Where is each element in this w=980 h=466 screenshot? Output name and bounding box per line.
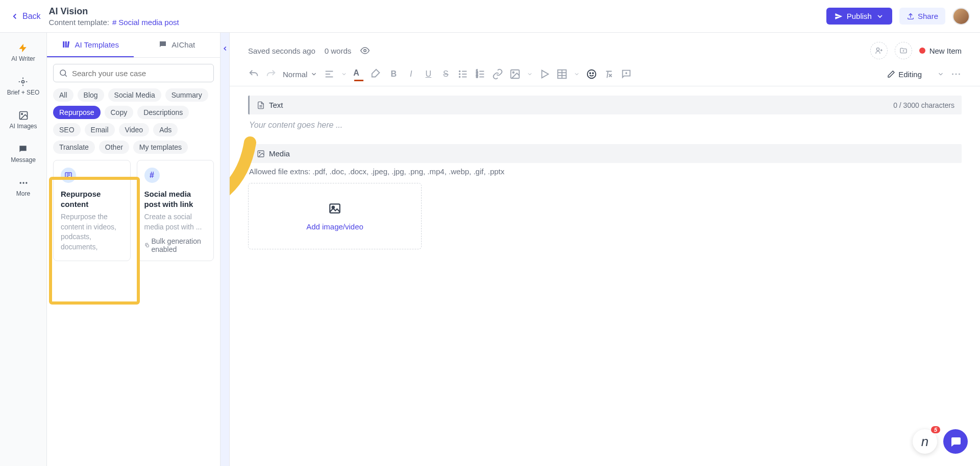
chip-repurpose[interactable]: Repurpose xyxy=(53,106,101,119)
left-rail: AI Writer Brief + SEO AI Images Message … xyxy=(0,33,47,466)
share-label: Share xyxy=(918,12,938,20)
table-icon xyxy=(556,68,568,80)
picture-icon xyxy=(328,202,341,215)
svg-point-1 xyxy=(22,81,24,83)
chevron-down-icon[interactable] xyxy=(341,71,347,77)
chip-translate[interactable]: Translate xyxy=(53,141,95,154)
rail-brief-seo[interactable]: Brief + SEO xyxy=(5,75,42,98)
svg-point-56 xyxy=(259,152,260,153)
new-item-indicator[interactable]: New Item xyxy=(919,46,962,55)
card-title: Social media post with link xyxy=(144,189,207,209)
bold-button[interactable]: B xyxy=(388,68,399,80)
pencil-icon xyxy=(887,70,895,78)
emoji-button[interactable] xyxy=(586,68,597,80)
image-button[interactable] xyxy=(509,68,521,80)
number-list-button[interactable]: 123 xyxy=(475,68,486,80)
chevron-down-icon xyxy=(876,12,884,20)
text-color-button[interactable]: A xyxy=(353,68,364,80)
rail-message[interactable]: Message xyxy=(9,142,38,166)
chip-seo[interactable]: SEO xyxy=(53,123,81,136)
editor-topbar: Saved seconds ago 0 words New Item xyxy=(230,33,980,62)
highlighter-icon xyxy=(371,68,382,80)
rail-ai-writer[interactable]: AI Writer xyxy=(9,41,37,64)
collapse-sidebar-button[interactable] xyxy=(220,33,230,466)
topbar-right: New Item xyxy=(870,42,962,59)
chip-all[interactable]: All xyxy=(53,88,74,102)
target-icon xyxy=(18,77,28,87)
table-button[interactable] xyxy=(556,68,568,80)
image-icon xyxy=(257,150,265,158)
undo-button[interactable] xyxy=(248,68,259,80)
chip-my-templates[interactable]: My templates xyxy=(133,141,188,154)
template-link[interactable]: # Social media post xyxy=(112,18,179,27)
media-dropzone[interactable]: Add image/video xyxy=(248,183,422,249)
chip-descriptions[interactable]: Descriptions xyxy=(137,106,189,119)
strike-button[interactable]: S xyxy=(440,68,451,80)
editing-mode-select[interactable]: Editing xyxy=(887,70,944,79)
chevron-down-icon[interactable] xyxy=(527,71,533,77)
play-icon xyxy=(539,68,550,80)
avatar[interactable] xyxy=(952,8,970,25)
align-button[interactable] xyxy=(324,68,335,80)
italic-button[interactable]: I xyxy=(405,68,416,80)
underline-button[interactable]: U xyxy=(423,68,434,80)
chevron-down-icon[interactable] xyxy=(574,71,580,77)
dots-icon xyxy=(950,68,962,80)
chip-ads[interactable]: Ads xyxy=(153,123,178,136)
clear-format-button[interactable] xyxy=(603,68,615,80)
search-input[interactable] xyxy=(72,69,208,78)
tab-label: AI Templates xyxy=(75,40,119,49)
back-button[interactable]: Back xyxy=(10,12,41,21)
char-count: 0 / 3000 characters xyxy=(893,101,954,109)
image-icon xyxy=(509,68,521,80)
eye-icon[interactable] xyxy=(360,46,370,55)
chips: All Blog Social Media Summary Repurpose … xyxy=(47,88,220,160)
editor: Saved seconds ago 0 words New Item xyxy=(230,33,980,466)
share-button[interactable]: Share xyxy=(899,8,945,25)
chip-video[interactable]: Video xyxy=(119,123,150,136)
card-repurpose-content[interactable]: Repurpose content Repurpose the content … xyxy=(53,160,131,261)
rail-label: AI Writer xyxy=(11,55,35,62)
svg-point-5 xyxy=(22,182,24,183)
card-social-post-link[interactable]: # Social media post with link Create a s… xyxy=(137,160,214,261)
add-folder-button[interactable] xyxy=(895,42,912,59)
svg-point-28 xyxy=(459,77,460,78)
more-button[interactable] xyxy=(950,68,962,80)
svg-point-27 xyxy=(459,74,460,75)
tab-label: AIChat xyxy=(172,40,195,49)
undo-icon xyxy=(248,68,259,80)
svg-point-52 xyxy=(959,74,960,75)
header-right: Publish Share xyxy=(826,8,970,25)
chip-blog[interactable]: Blog xyxy=(78,88,104,102)
search-box[interactable] xyxy=(53,64,214,82)
notifications-button[interactable]: n 5 xyxy=(913,429,937,454)
comment-button[interactable] xyxy=(621,68,632,80)
svg-point-50 xyxy=(952,74,953,75)
chip-other[interactable]: Other xyxy=(99,141,129,154)
chip-copy[interactable]: Copy xyxy=(105,106,134,119)
highlight-button[interactable] xyxy=(371,68,382,80)
tab-aichat[interactable]: AIChat xyxy=(134,33,220,57)
support-chat-button[interactable] xyxy=(943,429,968,454)
content-placeholder[interactable]: Your content goes here ... xyxy=(248,114,962,144)
clear-format-icon xyxy=(603,68,615,80)
add-collaborator-button[interactable] xyxy=(870,42,888,59)
tab-ai-templates[interactable]: AI Templates xyxy=(47,33,134,57)
emoji-icon xyxy=(586,68,597,80)
hash-icon: # xyxy=(112,18,116,27)
rail-label: Brief + SEO xyxy=(7,89,40,96)
search-icon xyxy=(59,68,68,78)
rail-ai-images[interactable]: AI Images xyxy=(7,108,39,132)
video-button[interactable] xyxy=(539,68,550,80)
chip-email[interactable]: Email xyxy=(85,123,115,136)
chevron-left-icon xyxy=(10,12,19,21)
rail-more[interactable]: More xyxy=(14,176,32,199)
link-button[interactable] xyxy=(492,68,503,80)
chip-summary[interactable]: Summary xyxy=(165,88,208,102)
chip-social-media[interactable]: Social Media xyxy=(108,88,161,102)
redo-button[interactable] xyxy=(265,68,277,80)
bullet-list-button[interactable] xyxy=(457,68,469,80)
style-select[interactable]: Normal xyxy=(283,70,317,79)
rail-label: AI Images xyxy=(9,123,37,130)
publish-button[interactable]: Publish xyxy=(826,8,892,25)
